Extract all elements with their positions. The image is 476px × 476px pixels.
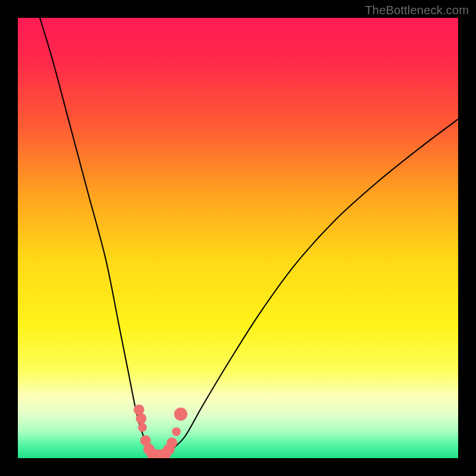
watermark-text: TheBottleneck.com xyxy=(365,4,469,17)
curve-left xyxy=(40,18,148,449)
data-marker xyxy=(134,405,145,415)
data-marker xyxy=(172,427,181,436)
data-marker xyxy=(136,414,146,424)
data-marker xyxy=(138,423,147,432)
curve-right xyxy=(172,119,458,449)
data-marker xyxy=(167,437,177,448)
curve-layer xyxy=(18,18,458,458)
chart-frame: TheBottleneck.com xyxy=(0,0,476,476)
data-markers xyxy=(134,405,187,458)
data-marker xyxy=(174,408,187,421)
plot-area xyxy=(18,18,458,458)
